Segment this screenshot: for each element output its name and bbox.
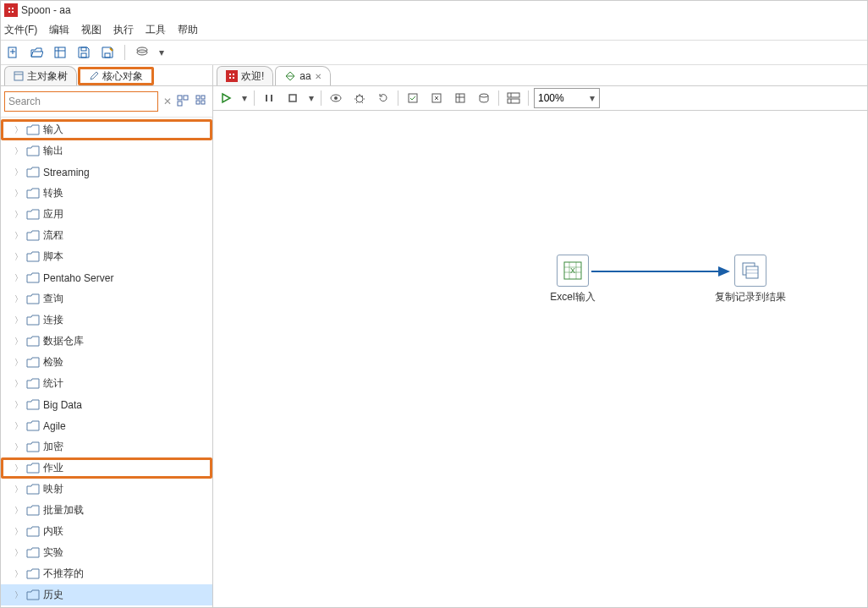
tree-item[interactable]: 〉历史 — [1, 584, 212, 605]
menu-bar: 文件(F) 编辑 视图 执行 工具 帮助 — [1, 19, 867, 41]
menu-file[interactable]: 文件(F) — [4, 23, 37, 37]
folder-icon — [26, 441, 40, 453]
folder-icon — [26, 188, 40, 200]
editor: 欢迎! aa ✕ ▾ ▾ — [213, 65, 867, 607]
menu-tools[interactable]: 工具 — [146, 23, 166, 37]
tree-item[interactable]: 〉内联 — [1, 521, 212, 542]
menu-help[interactable]: 帮助 — [178, 23, 198, 37]
tree-item[interactable]: 〉数据仓库 — [1, 331, 212, 352]
run-icon[interactable] — [217, 89, 235, 107]
open-icon[interactable] — [28, 44, 45, 61]
tab-welcome-label: 欢迎! — [241, 69, 264, 84]
folder-icon — [26, 484, 40, 496]
run-dropdown-icon[interactable]: ▾ — [240, 89, 249, 107]
tree-item-label: 数据仓库 — [43, 334, 212, 348]
verify-icon[interactable] — [404, 89, 422, 107]
canvas-area[interactable]: X Excel输入 复制记录到结果 — [213, 111, 867, 607]
menu-view[interactable]: 视图 — [81, 23, 102, 37]
menu-run[interactable]: 执行 — [113, 23, 134, 37]
impact-icon[interactable] — [427, 89, 446, 107]
tab-welcome[interactable]: 欢迎! — [217, 66, 273, 85]
node-copy-rows-label: 复制记录到结果 — [715, 290, 786, 304]
preview-icon[interactable] — [327, 89, 345, 107]
folder-icon — [26, 505, 40, 517]
folder-icon — [26, 420, 40, 432]
tree-item[interactable]: 〉Pentaho Server — [1, 267, 212, 288]
tree-item-label: Big Data — [43, 399, 212, 411]
tab-aa-label: aa — [299, 70, 310, 82]
chevron-right-icon: 〉 — [14, 526, 23, 538]
search-input[interactable] — [4, 91, 158, 112]
folder-icon — [26, 463, 40, 474]
chevron-right-icon: 〉 — [14, 145, 23, 157]
stop-dropdown-icon[interactable]: ▾ — [307, 89, 316, 107]
tree-item[interactable]: 〉脚本 — [1, 246, 212, 267]
tree-item-label: 输出 — [43, 144, 212, 158]
save-icon[interactable] — [75, 44, 92, 61]
tree-item[interactable]: 〉检验 — [1, 352, 212, 373]
welcome-icon — [226, 70, 238, 82]
svg-rect-17 — [409, 94, 417, 102]
zoom-dropdown-icon[interactable]: ▾ — [590, 92, 595, 104]
sidebar: 主对象树 核心对象 ✕ 〉输入〉输出〉Streaming〉转换〉应用〉流程〉脚本… — [1, 65, 213, 607]
tab-aa[interactable]: aa ✕ — [275, 66, 330, 85]
sql-icon[interactable] — [451, 89, 470, 107]
svg-rect-4 — [105, 53, 110, 58]
tree[interactable]: 〉输入〉输出〉Streaming〉转换〉应用〉流程〉脚本〉Pentaho Ser… — [1, 118, 212, 607]
chevron-right-icon: 〉 — [14, 251, 23, 263]
svg-rect-2 — [81, 53, 86, 58]
tree-item-label: Agile — [43, 420, 212, 432]
debug-icon[interactable] — [350, 89, 369, 107]
tab-main-tree[interactable]: 主对象树 — [4, 66, 77, 85]
tree-item[interactable]: 〉作业 — [1, 457, 212, 479]
saveas-icon[interactable] — [99, 44, 116, 61]
chevron-right-icon: 〉 — [14, 484, 23, 496]
perspective-icon[interactable] — [134, 44, 151, 61]
chevron-right-icon: 〉 — [14, 230, 23, 242]
close-icon[interactable]: ✕ — [315, 72, 321, 81]
tab-main-tree-label: 主对象树 — [27, 69, 68, 84]
tree-item[interactable]: 〉输出 — [1, 140, 212, 162]
node-excel-input-label: Excel输入 — [550, 290, 595, 304]
tree-item[interactable]: 〉不推荐的 — [1, 563, 212, 584]
node-copy-rows[interactable]: 复制记录到结果 — [704, 255, 797, 304]
tree-item[interactable]: 〉Big Data — [1, 394, 212, 415]
pause-icon[interactable] — [260, 89, 278, 107]
chevron-right-icon: 〉 — [14, 463, 23, 474]
tree-item[interactable]: 〉应用 — [1, 204, 212, 225]
chevron-right-icon: 〉 — [14, 293, 23, 305]
explore-db-icon[interactable] — [475, 89, 493, 107]
tree-item[interactable]: 〉转换 — [1, 183, 212, 204]
tree-item[interactable]: 〉实验 — [1, 542, 212, 563]
search-clear-icon[interactable]: ✕ — [163, 96, 172, 107]
tree-item[interactable]: 〉统计 — [1, 373, 212, 394]
tree-item[interactable]: 〉Agile — [1, 415, 212, 436]
tab-core-objects[interactable]: 核心对象 — [78, 67, 154, 85]
svg-rect-8 — [178, 101, 182, 106]
tree-item[interactable]: 〉映射 — [1, 479, 212, 500]
new-icon[interactable] — [4, 44, 21, 61]
expand-all-icon[interactable] — [177, 95, 190, 108]
chevron-right-icon: 〉 — [14, 357, 23, 369]
show-results-icon[interactable] — [504, 89, 523, 107]
stop-icon[interactable] — [283, 89, 302, 107]
tree-item[interactable]: 〉输入 — [1, 119, 212, 140]
menu-edit[interactable]: 编辑 — [49, 23, 69, 37]
tree-item[interactable]: 〉Streaming — [1, 162, 212, 183]
collapse-all-icon[interactable] — [195, 95, 209, 108]
explore-icon[interactable] — [52, 44, 69, 61]
tree-item[interactable]: 〉批量加载 — [1, 500, 212, 521]
tree-item-label: 映射 — [43, 482, 212, 496]
tree-item-label: 连接 — [43, 313, 212, 327]
tree-item[interactable]: 〉加密 — [1, 436, 212, 457]
tree-item[interactable]: 〉连接 — [1, 309, 212, 331]
folder-icon — [26, 167, 40, 178]
perspective-dropdown-icon[interactable]: ▾ — [157, 44, 166, 61]
tree-item-label: 加密 — [43, 440, 212, 454]
tree-item[interactable]: 〉查询 — [1, 288, 212, 309]
folder-icon — [26, 589, 40, 601]
node-excel-input[interactable]: X Excel输入 — [535, 255, 611, 304]
tree-item[interactable]: 〉流程 — [1, 225, 212, 246]
folder-icon — [26, 547, 40, 559]
replay-icon[interactable] — [374, 89, 393, 107]
